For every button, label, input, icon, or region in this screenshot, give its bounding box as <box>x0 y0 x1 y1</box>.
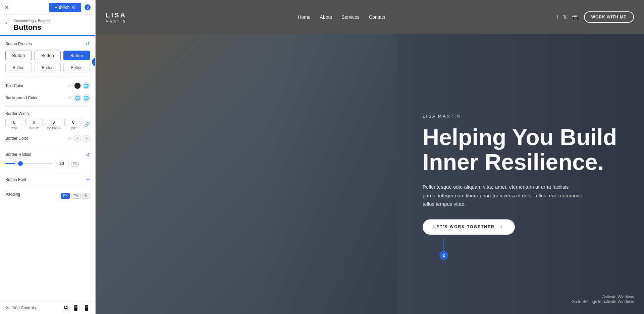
border-inputs: TOP RIGHT BOTTOM LEFT 🔗 <box>5 119 90 130</box>
nav-services[interactable]: Services <box>341 14 360 20</box>
breadcrumb-title: Buttons <box>13 23 90 32</box>
instagram-icon[interactable]: 📸 <box>572 14 579 20</box>
text-color-reset-icon[interactable]: ↺ <box>68 83 72 88</box>
border-radius-value-input[interactable] <box>55 160 68 167</box>
nav-about[interactable]: About <box>320 14 332 20</box>
brand-name-line2: MARTIN <box>106 19 126 24</box>
border-radius-slider[interactable] <box>5 163 52 164</box>
back-button[interactable]: ‹ <box>5 19 7 25</box>
bg-color-swatch-secondary[interactable]: 🌐 <box>83 94 90 102</box>
button-presets-label: Button Presets <box>5 42 32 46</box>
cta-wrapper: LET'S WORK TOGETHER → 2 <box>423 219 515 235</box>
settings-icon: ⚙ <box>72 5 76 10</box>
twitter-icon[interactable]: 𝕏 <box>563 14 567 20</box>
border-bottom-input-group: BOTTOM <box>45 119 63 130</box>
panel-content: Button Presets ↺ Button Button Button 1 … <box>0 36 95 302</box>
hero-area: LISA MARTIN Helping You Build Inner Resi… <box>96 34 644 314</box>
desktop-icon[interactable]: 🖥 <box>63 305 68 311</box>
unit-px[interactable]: PX <box>61 193 70 199</box>
bg-color-swatch-globe[interactable]: 🌐 <box>74 94 81 102</box>
border-radius-section: Border Radius ↺ PX <box>5 152 90 167</box>
border-color-row: Border Color ↺ ⊙ ⊙ <box>5 135 90 142</box>
border-top-input[interactable] <box>5 119 23 126</box>
tablet-icon[interactable]: 📱 <box>72 305 79 311</box>
border-top-input-group: TOP <box>5 119 23 130</box>
lets-work-together-button[interactable]: LET'S WORK TOGETHER → <box>423 219 515 235</box>
button-font-label: Button Font <box>5 177 26 182</box>
publish-button[interactable]: Publish ⚙ <box>49 3 81 12</box>
breadcrumb-path: Customizing ▸ Buttons <box>13 19 90 23</box>
padding-units: PX EM % <box>61 193 90 199</box>
border-color-label: Border Color <box>5 136 68 141</box>
badge-2: 2 <box>439 251 448 260</box>
padding-label: Padding <box>5 192 20 197</box>
hide-controls-button[interactable]: 👁 Hide Controls <box>5 306 36 310</box>
breadcrumb-parent: Customizing <box>13 19 34 23</box>
badge-3: 3 <box>84 4 91 11</box>
mobile-icon[interactable]: 📱 <box>83 305 90 311</box>
eye-icon: 👁 <box>5 306 9 310</box>
bg-color-row: Background Color ↺ 🌐 🌐 <box>5 94 90 102</box>
preset-btn-4[interactable]: Button <box>5 63 32 72</box>
presets-row-2: Button Button Button <box>5 63 90 72</box>
presets-row-1: Button Button Button <box>5 51 90 60</box>
nav-home[interactable]: Home <box>298 14 310 20</box>
cta-arrow-icon: → <box>498 224 504 230</box>
preset-btn-6[interactable]: Button <box>63 63 90 72</box>
brand-name-line1: LISA <box>106 11 126 19</box>
border-bottom-input[interactable] <box>45 119 63 126</box>
border-radius-reset-icon[interactable]: ↺ <box>86 152 90 157</box>
work-with-me-button[interactable]: WORK WITH ME <box>584 11 634 23</box>
border-right-input[interactable] <box>25 119 43 126</box>
badge-2-group: 2 <box>439 238 448 260</box>
border-bottom-label: BOTTOM <box>47 127 60 130</box>
hero-content: LISA MARTIN Helping You Build Inner Resi… <box>423 114 624 235</box>
breadcrumb-separator: ▸ <box>35 19 37 23</box>
hide-controls-label: Hide Controls <box>11 306 36 310</box>
preset-btn-2[interactable]: Button <box>35 51 61 60</box>
border-link-icon[interactable]: 🔗 <box>84 122 90 127</box>
hero-title: Helping You Build Inner Resilience. <box>423 125 624 175</box>
left-panel: ✕ Publish ⚙ 3 ‹ Customizing ▸ Buttons Bu… <box>0 0 96 314</box>
border-right-input-group: RIGHT <box>25 119 43 130</box>
site-nav: Home About Services Contact <box>298 14 385 20</box>
publish-label: Publish <box>54 5 70 10</box>
unit-percent[interactable]: % <box>82 193 90 199</box>
hero-body: Pellentesque odio aliquam vitae amet, el… <box>423 183 584 209</box>
facebook-icon[interactable]: f <box>556 14 558 20</box>
bg-color-reset-icon[interactable]: ↺ <box>68 95 72 101</box>
reset-icon[interactable]: ↺ <box>86 41 90 47</box>
preview-navbar: LISA MARTIN Home About Services Contact … <box>96 0 644 34</box>
close-button[interactable]: ✕ <box>4 4 9 11</box>
border-right-label: RIGHT <box>29 127 39 130</box>
activate-line1: Activate Windows <box>572 295 634 299</box>
nav-contact[interactable]: Contact <box>369 14 385 20</box>
border-color-swatch-2[interactable]: ⊙ <box>83 135 90 142</box>
border-left-input[interactable] <box>64 119 82 126</box>
border-color-reset-icon[interactable]: ↺ <box>68 136 72 141</box>
border-width-section: Border Width TOP RIGHT BOTTOM LEFT <box>5 111 90 130</box>
border-radius-label: Border Radius <box>5 152 31 157</box>
hero-title-line1: Helping You Build <box>423 124 617 150</box>
border-left-label: LEFT <box>70 127 77 130</box>
border-width-label: Border Width <box>5 111 90 116</box>
text-color-swatch-dark[interactable] <box>74 82 81 89</box>
breadcrumb-child: Buttons <box>38 19 50 23</box>
preset-btn-3[interactable]: Button <box>63 51 90 60</box>
cta-label: LET'S WORK TOGETHER <box>433 225 495 229</box>
button-font-edit-icon[interactable]: ✏ <box>86 177 90 182</box>
border-color-swatch-1[interactable]: ⊙ <box>74 135 81 142</box>
badge-1: 1 <box>92 58 95 66</box>
border-radius-slider-container: PX <box>5 160 90 167</box>
unit-em[interactable]: EM <box>71 193 81 199</box>
border-top-label: TOP <box>11 127 17 130</box>
border-radius-header: Border Radius ↺ <box>5 152 90 157</box>
button-font-row: Button Font ✏ <box>5 177 90 182</box>
padding-section: Padding PX EM % <box>5 192 90 199</box>
text-color-label: Text Color <box>5 83 68 88</box>
text-color-swatch-globe[interactable]: 🌐 <box>83 82 90 89</box>
right-panel: LISA MARTIN Home About Services Contact … <box>96 0 644 314</box>
preset-btn-5[interactable]: Button <box>35 63 61 72</box>
preset-btn-1[interactable]: Button <box>5 51 32 60</box>
activate-notice: Activate Windows Go to Settings to activ… <box>572 295 634 304</box>
